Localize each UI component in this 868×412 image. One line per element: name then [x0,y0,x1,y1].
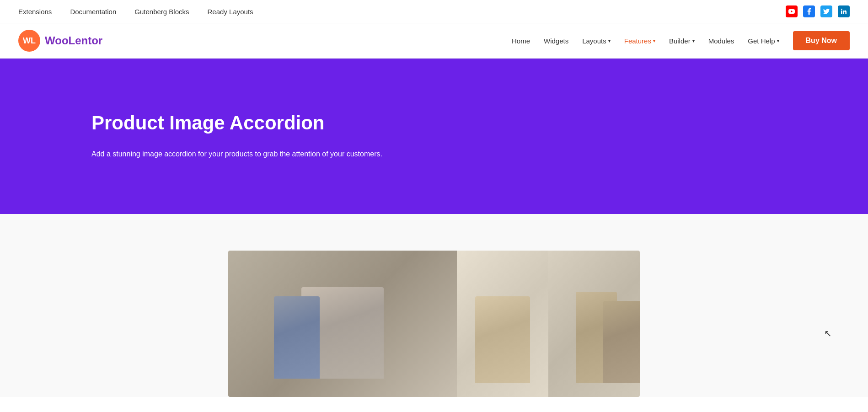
youtube-icon[interactable] [786,5,798,17]
main-nav: WL WooLentor Home Widgets Layouts ▾ Feat… [0,23,868,59]
nav-builder[interactable]: Builder ▾ [669,37,695,45]
svg-text:WL: WL [23,36,36,45]
nav-home[interactable]: Home [512,37,530,45]
nav-modules[interactable]: Modules [708,37,734,45]
builder-chevron: ▾ [692,38,695,43]
twitter-icon[interactable] [820,5,832,17]
nav-widgets[interactable]: Widgets [544,37,568,45]
top-nav-gutenberg[interactable]: Gutenberg Blocks [134,8,189,16]
linkedin-icon[interactable] [838,5,850,17]
top-bar: Extensions Documentation Gutenberg Block… [0,0,868,23]
layouts-chevron: ▾ [608,38,611,43]
hero-title: Product Image Accordion [91,112,777,134]
buy-now-button[interactable]: Buy Now [793,31,850,50]
accordion-panel-left [228,251,457,397]
features-chevron: ▾ [653,38,655,43]
nav-features[interactable]: Features ▾ [624,37,655,45]
social-links [786,5,850,17]
accordion-panel-mid [457,251,548,397]
hero-description: Add a stunning image accordion for your … [91,148,402,160]
accordion-panels [228,251,640,397]
nav-get-help[interactable]: Get Help ▾ [748,37,779,45]
top-nav-readylayouts[interactable]: Ready Layouts [208,8,253,16]
main-nav-links: Home Widgets Layouts ▾ Features ▾ Builde… [512,31,850,50]
top-nav-extensions[interactable]: Extensions [18,8,52,16]
facebook-icon[interactable] [803,5,815,17]
logo-text: WooLentor [45,34,102,47]
content-section [0,214,868,397]
top-nav-documentation[interactable]: Documentation [70,8,116,16]
gethelp-chevron: ▾ [777,38,779,43]
accordion-image-container [228,251,640,397]
hero-section: Product Image Accordion Add a stunning i… [0,59,868,214]
logo-icon: WL [18,30,40,52]
accordion-panel-right [548,251,640,397]
nav-layouts[interactable]: Layouts ▾ [582,37,611,45]
top-nav: Extensions Documentation Gutenberg Block… [18,8,253,16]
logo[interactable]: WL WooLentor [18,30,102,52]
